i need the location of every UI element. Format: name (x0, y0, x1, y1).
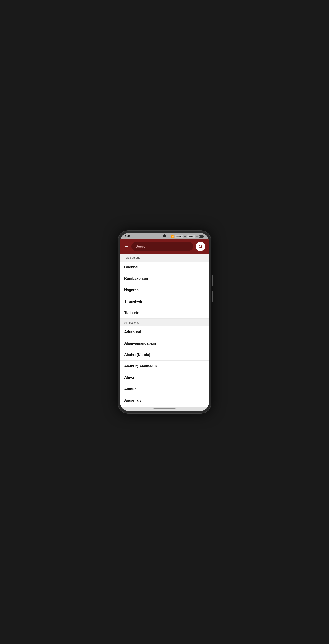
station-item[interactable]: Alagiyamandapam (120, 338, 209, 349)
station-name: Aduthurai (124, 330, 141, 334)
status-icons: 📶 VoWiFi ▪▪▪ VoWiFi ▪▪▪ (171, 235, 204, 238)
station-name: Nagercoil (124, 288, 141, 292)
section-header-top-stations: Top Stations (120, 254, 209, 262)
search-bar[interactable]: Search (131, 242, 193, 251)
phone-frame: 5:43 📶 VoWiFi ▪▪▪ VoWiFi ▪▪▪ ← Search (118, 230, 211, 414)
station-item[interactable]: Aluva (120, 372, 209, 384)
station-item[interactable]: Tuticorin (120, 307, 209, 319)
stations-list: Top StationsChennaiKumbakonamNagercoilTi… (120, 254, 209, 407)
vowifi-badge: VoWiFi (175, 235, 183, 238)
section-header-all-stations: All Stations (120, 319, 209, 326)
station-name: Chennai (124, 265, 138, 269)
station-name: Tirunelveli (124, 300, 142, 303)
volume-down-button (212, 291, 213, 302)
signal-icon-2: ▪▪▪ (196, 235, 198, 238)
station-name: Alathur(Tamilnadu) (124, 364, 157, 368)
station-name: Alagiyamandapam (124, 342, 156, 345)
home-bar (153, 408, 176, 409)
volume-up-button (212, 275, 213, 286)
station-item[interactable]: Alathur(Tamilnadu) (120, 361, 209, 372)
station-name: Kumbakonam (124, 276, 148, 280)
search-input[interactable]: Search (135, 244, 189, 249)
station-name: Alathur(Kerala) (124, 353, 150, 357)
station-item[interactable]: Angamaly (120, 395, 209, 406)
status-time: 5:43 (125, 235, 131, 238)
search-submit-button[interactable] (196, 242, 205, 251)
station-name: Tuticorin (124, 311, 139, 314)
station-name: Angamaly (124, 398, 141, 402)
camera-notch (163, 234, 166, 238)
status-bar: 5:43 📶 VoWiFi ▪▪▪ VoWiFi ▪▪▪ (120, 233, 209, 239)
phone-screen: 5:43 📶 VoWiFi ▪▪▪ VoWiFi ▪▪▪ ← Search (120, 233, 209, 411)
station-item[interactable]: Chennai (120, 262, 209, 273)
station-item[interactable]: Aduthurai (120, 326, 209, 338)
home-indicator (120, 407, 209, 411)
back-button[interactable]: ← (124, 244, 129, 249)
station-item[interactable]: Tirunelveli (120, 296, 209, 307)
signal-icon: ▪▪▪ (184, 235, 187, 238)
battery-indicator (199, 236, 204, 238)
station-name: Ambur (124, 387, 136, 391)
search-icon (198, 244, 203, 249)
station-name: Aluva (124, 376, 134, 380)
svg-line-1 (201, 247, 203, 248)
vowifi-badge-2: VoWiFi (187, 235, 195, 238)
station-item[interactable]: Kumbakonam (120, 273, 209, 284)
station-item[interactable]: Nagercoil (120, 284, 209, 296)
station-item[interactable]: Alathur(Kerala) (120, 349, 209, 361)
station-item[interactable]: Ambur (120, 384, 209, 395)
wifi-icon: 📶 (171, 235, 175, 238)
search-header: ← Search (120, 239, 209, 254)
